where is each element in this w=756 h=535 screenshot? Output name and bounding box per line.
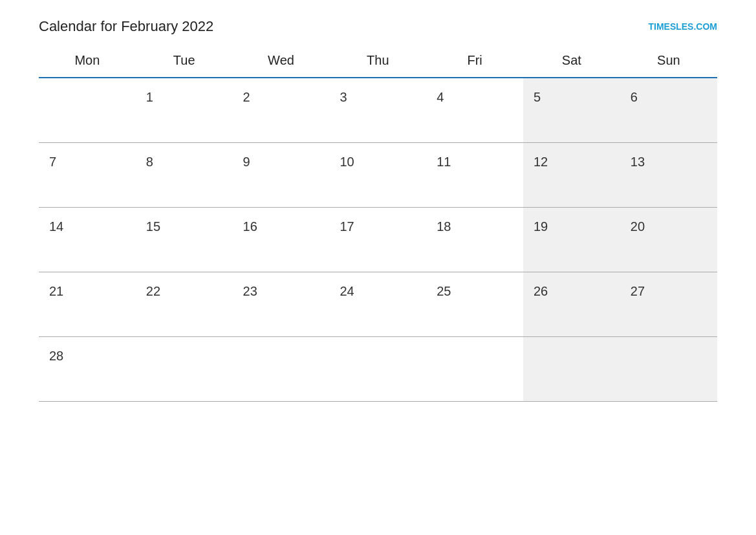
day-number: 3 [336,87,420,105]
day-number: 15 [142,217,226,234]
day-number: 26 [530,281,614,299]
calendar-cell-mon [39,78,136,142]
calendar-cell-thu: 3 [329,78,426,142]
day-number: 24 [336,281,420,299]
calendar-cell-mon: 28 [39,336,136,401]
calendar-cell-wed [233,336,330,401]
day-number: 23 [239,281,323,299]
page-title: Calendar for February 2022 [39,18,213,35]
calendar-cell-sat: 19 [523,207,620,272]
calendar-cell-tue: 8 [136,142,233,207]
day-number: 16 [239,217,323,234]
day-number: 22 [142,281,226,299]
calendar-week-row: 123456 [39,78,717,142]
day-number: 27 [627,281,711,299]
calendar-cell-fri: 18 [426,207,523,272]
brand-link[interactable]: TIMESLES.COM [648,21,717,32]
calendar-cell-thu: 17 [329,207,426,272]
calendar-cell-sun: 20 [620,207,717,272]
day-number: 6 [627,87,711,105]
calendar-week-row: 28 [39,336,717,401]
calendar-cell-sat [523,336,620,401]
calendar-cell-fri: 25 [426,272,523,336]
day-number: 2 [239,87,323,105]
calendar-week-row: 14151617181920 [39,207,717,272]
calendar-cell-sun: 6 [620,78,717,142]
calendar-cell-sun: 13 [620,142,717,207]
header-fri: Fri [426,47,523,78]
header-sun: Sun [620,47,717,78]
header-sat: Sat [523,47,620,78]
day-number: 7 [45,152,129,169]
calendar-cell-sun [620,336,717,401]
day-number: 17 [336,217,420,234]
day-number: 21 [45,281,129,299]
day-number: 13 [627,152,711,169]
day-number: 4 [433,87,517,105]
day-number: 10 [336,152,420,169]
day-number: 19 [530,217,614,234]
calendar-cell-fri [426,336,523,401]
calendar-cell-thu [329,336,426,401]
calendar-week-row: 21222324252627 [39,272,717,336]
day-number: 25 [433,281,517,299]
header: Calendar for February 2022 TIMESLES.COM [39,18,717,35]
calendar-week-row: 78910111213 [39,142,717,207]
header-wed: Wed [233,47,330,78]
calendar-cell-mon: 14 [39,207,136,272]
day-number: 18 [433,217,517,234]
days-header-row: Mon Tue Wed Thu Fri Sat Sun [39,47,717,78]
calendar-cell-wed: 9 [233,142,330,207]
day-number: 12 [530,152,614,169]
calendar-cell-tue: 22 [136,272,233,336]
day-number: 9 [239,152,323,169]
calendar-cell-sun: 27 [620,272,717,336]
calendar-cell-tue [136,336,233,401]
calendar-cell-wed: 16 [233,207,330,272]
calendar-cell-mon: 21 [39,272,136,336]
calendar-cell-mon: 7 [39,142,136,207]
header-thu: Thu [329,47,426,78]
calendar-cell-thu: 24 [329,272,426,336]
day-number: 14 [45,217,129,234]
calendar-cell-fri: 11 [426,142,523,207]
calendar-cell-sat: 5 [523,78,620,142]
calendar-cell-thu: 10 [329,142,426,207]
calendar-cell-wed: 2 [233,78,330,142]
calendar-cell-wed: 23 [233,272,330,336]
calendar-page: Calendar for February 2022 TIMESLES.COM … [0,0,756,535]
calendar-cell-sat: 12 [523,142,620,207]
day-number: 11 [433,152,517,169]
day-number: 5 [530,87,614,105]
calendar-cell-tue: 15 [136,207,233,272]
calendar-cell-sat: 26 [523,272,620,336]
header-tue: Tue [136,47,233,78]
calendar-cell-fri: 4 [426,78,523,142]
header-mon: Mon [39,47,136,78]
day-number: 28 [45,346,129,364]
calendar-cell-tue: 1 [136,78,233,142]
day-number: 8 [142,152,226,169]
day-number: 1 [142,87,226,105]
calendar-table: Mon Tue Wed Thu Fri Sat Sun 123456789101… [39,47,717,402]
day-number: 20 [627,217,711,234]
